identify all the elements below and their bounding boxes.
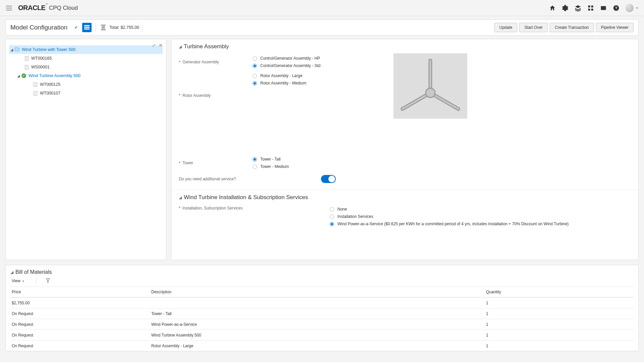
svg-rect-5 xyxy=(101,25,106,25)
svg-text:?: ? xyxy=(615,6,617,10)
gear-icon[interactable] xyxy=(562,5,569,11)
config-form-panel: ◢ Turbine Assembly *Generator Assembly C… xyxy=(171,39,639,260)
section-title: Turbine Assembly xyxy=(184,43,229,50)
bom-view-menu[interactable]: View▾ xyxy=(12,279,24,283)
collapse-icon[interactable]: ◢ xyxy=(179,195,182,200)
bom-cell-qty: 1 xyxy=(486,322,634,327)
table-row[interactable]: On RequestWind Power-as-a-Service1 xyxy=(10,319,634,329)
pipeline-viewer-button[interactable]: Pipeline Viewer xyxy=(596,23,634,32)
layout-icon[interactable] xyxy=(82,23,92,32)
svg-rect-6 xyxy=(102,26,105,27)
generator-option-hp[interactable]: Control/Generator Assembly - HP xyxy=(253,55,393,62)
install-option-services[interactable]: Installation Services xyxy=(330,213,631,220)
rotor-option-large[interactable]: Rotor Assembly - Large xyxy=(253,72,393,79)
global-header: ORACLE ® CPQ Cloud ? ▾ xyxy=(0,0,644,16)
product-image xyxy=(393,53,467,119)
bom-col-price-head[interactable]: Price xyxy=(10,290,151,294)
additional-service-toggle[interactable] xyxy=(321,175,336,183)
table-row[interactable]: On RequestWind Turbine Assembly 5001 xyxy=(10,329,634,340)
svg-rect-9 xyxy=(101,29,106,30)
brand-logo: ORACLE xyxy=(18,4,45,12)
stack-icon[interactable] xyxy=(575,5,581,11)
bom-cell-qty: 1 xyxy=(486,344,634,348)
svg-rect-13 xyxy=(400,94,427,111)
svg-rect-4 xyxy=(84,28,90,29)
generator-option-std[interactable]: Control/Generator Assembly - Std xyxy=(253,62,393,69)
installation-label: *Installation, Subscription Services xyxy=(179,205,330,210)
bom-cell-desc: Tower - Tall xyxy=(151,311,486,316)
filter-icon[interactable] xyxy=(46,278,50,284)
tower-option-tall[interactable]: Tower - Tall xyxy=(253,156,393,163)
start-over-button[interactable]: Start Over xyxy=(519,23,548,32)
close-icon[interactable]: ✕ xyxy=(159,43,163,48)
additional-service-label: Do you need additional service? xyxy=(179,177,236,181)
collapse-icon[interactable]: ◢ xyxy=(179,44,182,49)
bom-cell-price: On Request xyxy=(10,344,151,348)
total-label: Total: $2,755.00 xyxy=(109,25,139,30)
bom-cell-desc: Wind Turbine Assembly 500 xyxy=(151,333,486,338)
user-avatar[interactable] xyxy=(626,4,634,12)
install-option-wpaas[interactable]: Wind Power-as-a-Service ($0.625 per KWh … xyxy=(330,220,631,228)
help-icon[interactable]: ? xyxy=(613,5,620,11)
section-turbine: ◢ Turbine Assembly *Generator Assembly C… xyxy=(171,39,638,190)
tree-item[interactable]: WS00001 xyxy=(9,63,163,71)
tree-item[interactable]: WT000107 xyxy=(9,89,163,98)
table-row[interactable]: On RequestTower - Tall1 xyxy=(10,308,634,319)
tree-root[interactable]: ◢ Wind Turbine with Tower 500 xyxy=(9,45,163,54)
section-installation: ◢ Wind Turbine Installation & Subscripti… xyxy=(171,190,638,238)
tower-option-medium[interactable]: Tower - Medium xyxy=(253,163,393,170)
page-title: Model Configuration xyxy=(10,24,67,31)
bom-panel: ◢ Bill of Materials View▾ Price Descript… xyxy=(5,265,639,351)
bom-cell-desc: Rotor Assembly - Large xyxy=(151,344,486,348)
bom-cell-qty: 1 xyxy=(486,311,634,316)
tree-item[interactable]: WT000165 xyxy=(9,54,163,63)
bom-title: Bill of Materials xyxy=(15,269,52,275)
table-row[interactable]: On RequestRotor Assembly - Large1 xyxy=(10,340,634,351)
tree-item[interactable]: WT000125 xyxy=(9,80,163,89)
svg-rect-8 xyxy=(102,28,105,29)
svg-rect-7 xyxy=(102,27,105,28)
user-menu-caret[interactable]: ▾ xyxy=(636,6,638,10)
update-button[interactable]: Update xyxy=(494,23,518,32)
config-tree-panel: ⤢ ✕ ◢ Wind Turbine with Tower 500 WT0001… xyxy=(5,39,166,260)
bom-cell-qty: 1 xyxy=(486,333,634,338)
table-row[interactable]: $2,755.001 xyxy=(10,297,634,308)
svg-rect-2 xyxy=(84,25,90,26)
bom-cell-price: On Request xyxy=(10,311,151,316)
card-icon[interactable] xyxy=(600,5,607,11)
svg-rect-3 xyxy=(84,27,90,28)
create-transaction-button[interactable]: Create Transaction xyxy=(550,23,594,32)
collapse-icon[interactable]: ◢ xyxy=(10,270,13,275)
rotor-option-medium[interactable]: Rotor Assembly - Medium xyxy=(253,79,393,87)
validate-icon[interactable]: ✔︎ xyxy=(71,23,81,32)
svg-rect-12 xyxy=(434,94,460,111)
install-option-none[interactable]: None xyxy=(330,205,631,213)
expand-icon[interactable]: ⤢ xyxy=(152,43,156,48)
generator-label: *Generator Assembly xyxy=(179,55,253,69)
bom-cell-qty: 1 xyxy=(486,301,634,305)
section-title: Wind Turbine Installation & Subscription… xyxy=(184,194,308,201)
tree-item-assembly[interactable]: ◢ ✓ Wind Turbine Assembly 500 xyxy=(9,71,163,80)
home-icon[interactable] xyxy=(549,5,556,11)
bom-col-desc-head[interactable]: Description xyxy=(151,290,486,294)
bom-cell-price: On Request xyxy=(10,333,151,338)
svg-rect-11 xyxy=(429,59,432,88)
bom-col-qty-head[interactable]: Quantity xyxy=(486,290,634,294)
bom-header-row: Price Description Quantity xyxy=(10,287,634,297)
bom-cell-price: $2,755.00 xyxy=(10,301,151,305)
brand-reg: ® xyxy=(46,3,47,5)
apps-icon[interactable] xyxy=(587,5,594,11)
menu-icon[interactable] xyxy=(6,6,12,10)
config-header: Model Configuration ✔︎ Total: $2,755.00 … xyxy=(5,19,639,36)
product-name: CPQ Cloud xyxy=(49,5,78,11)
tower-label: *Tower xyxy=(179,156,253,170)
rotor-label: *Rotor Assembly xyxy=(179,72,253,119)
bom-cell-desc: Wind Power-as-a-Service xyxy=(151,322,486,327)
summary-icon[interactable] xyxy=(99,23,108,32)
bom-cell-price: On Request xyxy=(10,322,151,327)
